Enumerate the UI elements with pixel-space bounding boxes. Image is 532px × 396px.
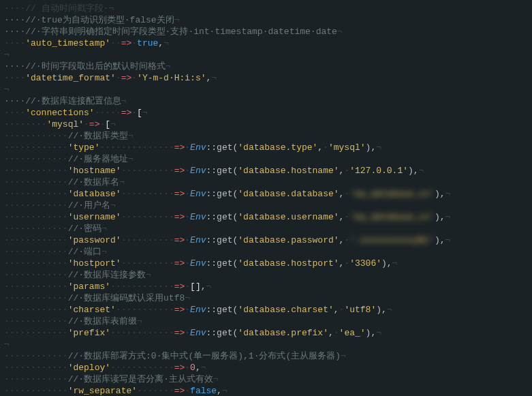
code-line: ····// 自动时间戳字段·¬: [0, 3, 532, 14]
code-line: ····//·时间字段取出后的默认时间格式¬: [0, 61, 532, 72]
code-line: ····//·字符串则明确指定时间字段类型·支持·int·timestamp·d…: [0, 26, 532, 37]
code-line: ············//·数据库表前缀¬: [0, 316, 532, 327]
code-line: ············'charset'···········=>·Env::…: [0, 304, 532, 316]
code-line: ············'password'··········=>·Env::…: [0, 234, 532, 246]
code-line: ¬: [0, 339, 532, 350]
code-line: ············'prefix'············=>·Env::…: [0, 327, 532, 339]
code-line: ············'hostport'··········=>·Env::…: [0, 258, 532, 269]
code-line: ············//·数据库类型¬: [0, 130, 532, 142]
code-line: ····'auto_timestamp'··=>·true,¬: [0, 37, 532, 49]
code-line: ············'type'··············=>·Env::…: [0, 142, 532, 153]
code-line: ············//·数据库读写是否分离·主从式有效¬: [0, 374, 532, 385]
code-line: ············//·密码¬: [0, 223, 532, 234]
code-line: ············'hostname'··········=>·Env::…: [0, 165, 532, 177]
code-line: ············'params'············=>·[],¬: [0, 281, 532, 292]
code-line: ············//·数据库编码默认采用utf8¬: [0, 292, 532, 304]
code-line: ············'rw_separate'·······=>·false…: [0, 385, 532, 396]
code-line: ············'deploy'············=>·0,¬: [0, 362, 532, 374]
code-line: ¬: [0, 84, 532, 95]
code-line: ············//·数据库部署方式:0·集中式(单一服务器),1·分布…: [0, 350, 532, 362]
code-line: ············//·数据库名¬: [0, 177, 532, 188]
code-line: ····//·数据库连接配置信息¬: [0, 95, 532, 107]
code-line: ····'connections'·····=>·[¬: [0, 107, 532, 119]
code-line: ············'database'··········=>·Env::…: [0, 188, 532, 200]
code-line: ············//·端口¬: [0, 246, 532, 258]
code-line: ············//·数据库连接参数¬: [0, 269, 532, 281]
code-line: ············//·服务器地址¬: [0, 153, 532, 165]
code-line: ¬: [0, 49, 532, 61]
code-line: ············'username'··········=>·Env::…: [0, 211, 532, 223]
code-line: ········'mysql'·=>·[¬: [0, 119, 532, 130]
code-line: ············//·用户名¬: [0, 200, 532, 211]
code-line: ····'datetime_format'·=>·'Y-m-d·H:i:s',¬: [0, 72, 532, 84]
code-line: ····//·true为自动识别类型·false关闭¬: [0, 14, 532, 26]
